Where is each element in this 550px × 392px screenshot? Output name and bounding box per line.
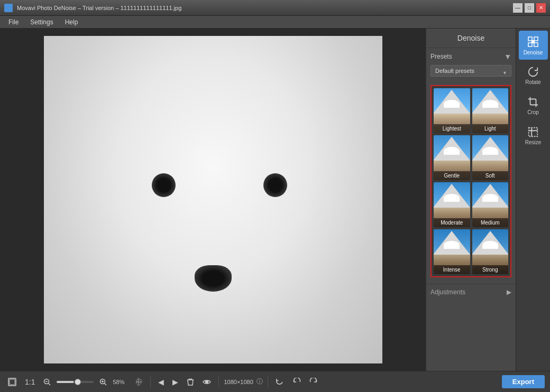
photo-display xyxy=(44,36,382,363)
crop-icon xyxy=(527,96,539,108)
preset-light-label: Light xyxy=(472,124,509,133)
title-text: Movavi Photo DeNoise – Trial version – 1… xyxy=(17,5,181,11)
preset-intense-label: Intense xyxy=(434,265,470,274)
denoise-icon xyxy=(527,35,539,48)
adjustments-expand-icon: ▶ xyxy=(507,288,511,296)
presets-dropdown[interactable]: Default presets Custom presets xyxy=(430,65,511,77)
bottom-toolbar: 1:1 58% ◀ ▶ xyxy=(0,371,550,392)
preset-strong-label: Strong xyxy=(472,265,509,274)
resize-icon xyxy=(527,126,539,138)
zoom-percent: 58% xyxy=(113,379,129,385)
image-size: 1080×1080 xyxy=(224,379,253,385)
svg-rect-2 xyxy=(528,43,532,46)
actual-size-button[interactable]: 1:1 xyxy=(22,376,38,388)
photo-container xyxy=(44,36,382,363)
adjustments-section[interactable]: Adjustments ▶ xyxy=(426,284,516,300)
preset-moderate[interactable]: Moderate xyxy=(434,182,470,227)
eye-icon xyxy=(203,379,211,385)
preset-gentle-label: Gentle xyxy=(434,171,470,180)
rotate-icon xyxy=(527,66,539,78)
tool-denoise[interactable]: Denoise xyxy=(519,31,548,60)
dog-nose xyxy=(195,265,232,292)
delete-button[interactable] xyxy=(184,376,197,388)
menu-help[interactable]: Help xyxy=(60,17,84,27)
svg-rect-3 xyxy=(534,43,538,46)
pan-icon xyxy=(134,378,143,386)
presets-dropdown-wrapper: Default presets Custom presets xyxy=(430,65,511,81)
refresh-icon xyxy=(276,378,284,386)
preset-lightest-label: Lightest xyxy=(434,124,470,133)
panel-title: Denoise xyxy=(426,29,516,48)
tool-denoise-label: Denoise xyxy=(524,50,543,55)
menu-settings[interactable]: Settings xyxy=(25,17,58,27)
preset-medium-label: Medium xyxy=(472,218,509,227)
svg-rect-1 xyxy=(534,37,538,41)
next-button[interactable]: ▶ xyxy=(170,376,181,388)
svg-rect-5 xyxy=(529,127,538,136)
zoom-plus-icon xyxy=(99,378,107,386)
preset-medium[interactable]: Medium xyxy=(472,182,509,227)
svg-rect-0 xyxy=(528,37,532,41)
delete-icon xyxy=(187,378,194,386)
preset-soft[interactable]: Soft xyxy=(472,135,509,180)
preview-button[interactable] xyxy=(200,377,214,387)
tool-sidebar: Denoise Rotate Crop xyxy=(516,29,550,371)
svg-rect-7 xyxy=(10,379,15,385)
export-button[interactable]: Export xyxy=(502,375,545,388)
adjustments-label: Adjustments xyxy=(430,288,465,296)
undo-button[interactable] xyxy=(290,376,304,388)
refresh-button[interactable] xyxy=(273,376,287,388)
zoom-minus-icon xyxy=(43,378,51,386)
svg-line-9 xyxy=(49,383,51,385)
svg-point-15 xyxy=(206,380,208,383)
svg-line-12 xyxy=(105,383,107,385)
zoom-slider[interactable] xyxy=(57,381,94,383)
minimize-button[interactable]: — xyxy=(513,3,522,13)
tool-crop-label: Crop xyxy=(527,109,539,115)
separator-2 xyxy=(218,377,219,387)
presets-grid: Lightest Light xyxy=(430,85,511,277)
preset-intense[interactable]: Intense xyxy=(434,229,470,274)
info-icon[interactable]: ⓘ xyxy=(256,377,263,386)
fit-button[interactable] xyxy=(5,376,19,388)
preset-moderate-label: Moderate xyxy=(434,218,470,227)
preset-soft-label: Soft xyxy=(472,171,509,180)
canvas-area xyxy=(0,29,426,371)
svg-rect-4 xyxy=(531,40,535,43)
tool-resize[interactable]: Resize xyxy=(519,121,548,150)
menu-file[interactable]: File xyxy=(3,17,24,27)
menu-bar: File Settings Help xyxy=(0,16,550,29)
zoom-out-button[interactable] xyxy=(41,377,53,387)
redo-button[interactable] xyxy=(307,376,320,388)
preset-lightest[interactable]: Lightest xyxy=(434,88,470,133)
zoom-in-button[interactable] xyxy=(97,377,109,387)
presets-expand-icon[interactable]: ▼ xyxy=(504,52,511,61)
preset-gentle[interactable]: Gentle xyxy=(434,135,470,180)
zoom-slider-container xyxy=(57,381,94,383)
presets-section: Presets ▼ Default presets Custom presets xyxy=(426,48,516,282)
panel-content: Denoise Presets ▼ Default presets Custom… xyxy=(426,29,516,371)
close-button[interactable]: ✕ xyxy=(536,3,546,13)
main-layout: Denoise Presets ▼ Default presets Custom… xyxy=(0,29,550,371)
tool-rotate-label: Rotate xyxy=(525,79,540,85)
redo-icon xyxy=(309,378,318,386)
window-controls: — □ ✕ xyxy=(513,3,546,13)
presets-label: Presets xyxy=(430,53,452,60)
actual-size-label: 1:1 xyxy=(25,378,35,386)
maximize-button[interactable]: □ xyxy=(525,3,534,13)
preset-strong[interactable]: Strong xyxy=(472,229,509,274)
tool-crop[interactable]: Crop xyxy=(519,91,548,120)
tool-rotate[interactable]: Rotate xyxy=(519,61,548,90)
app-icon xyxy=(4,4,13,12)
separator-3 xyxy=(268,377,268,387)
separator-1 xyxy=(150,377,151,387)
presets-header: Presets ▼ xyxy=(430,52,511,61)
title-bar: Movavi Photo DeNoise – Trial version – 1… xyxy=(0,0,550,16)
pan-button[interactable] xyxy=(132,376,145,388)
fit-icon xyxy=(8,378,16,386)
preset-light[interactable]: Light xyxy=(472,88,509,133)
previous-button[interactable]: ◀ xyxy=(155,376,167,388)
right-panel: Denoise Presets ▼ Default presets Custom… xyxy=(426,29,550,371)
title-bar-left: Movavi Photo DeNoise – Trial version – 1… xyxy=(4,4,181,12)
undo-icon xyxy=(292,378,301,386)
